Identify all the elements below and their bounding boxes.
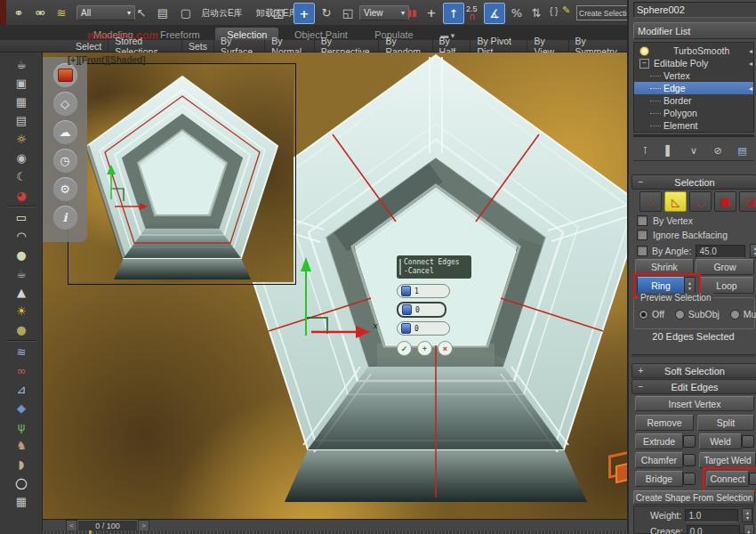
caddy-grip[interactable] — [399, 259, 401, 275]
weld-button[interactable]: Weld — [699, 433, 742, 449]
rock-icon[interactable]: ◆ — [0, 399, 43, 417]
molecule-icon[interactable]: ∞ — [0, 361, 43, 380]
spinner-down-icon[interactable]: ▾ — [685, 286, 695, 291]
angle-snap-icon[interactable]: ∡ — [484, 3, 505, 24]
settings-gear-icon[interactable]: ⚙ — [53, 177, 77, 201]
weight-spinner[interactable]: ▴ ▾ — [742, 508, 752, 522]
chamfer-settings-button[interactable] — [683, 454, 696, 466]
pivot-toggle-icon[interactable]: ↑ — [443, 3, 464, 24]
lightbulb-icon[interactable] — [639, 46, 649, 56]
cone-icon[interactable]: ▲ — [0, 283, 43, 302]
animal-icon[interactable]: ♞ — [0, 436, 43, 455]
preview-multi-radio[interactable] — [730, 310, 740, 320]
caddy-apply-button[interactable]: + — [417, 341, 432, 356]
configure-modifier-sets-icon[interactable]: ▤ — [734, 142, 750, 158]
modifier-list-dropdown[interactable]: Modifier List — [633, 22, 756, 39]
create-shape-button[interactable]: Create Shape From Selection — [633, 490, 755, 505]
spreadsheet-icon[interactable]: ▤ — [0, 111, 43, 130]
percent-snap-icon[interactable]: % — [507, 3, 527, 22]
pin-stack-icon[interactable]: ⊺ — [638, 142, 654, 158]
stack-row-polygon[interactable]: Polygon — [634, 107, 753, 119]
select-by-name-icon[interactable]: ▤ — [153, 3, 173, 22]
library-box-icon[interactable] — [53, 63, 77, 87]
ignore-backfacing-checkbox[interactable] — [637, 230, 647, 240]
track-bar-marker[interactable] — [89, 530, 92, 534]
light-lister-icon[interactable]: ☼ — [0, 130, 43, 149]
dome-swatch-icon[interactable]: ◠ — [0, 227, 43, 246]
tool-by-random[interactable]: By Random — [379, 40, 432, 52]
object-name-field[interactable]: Sphere002 — [633, 2, 756, 18]
bridge-settings-button[interactable] — [683, 473, 696, 485]
spinner-down-icon[interactable]: ▾ — [743, 515, 752, 521]
stack-row-editable-poly[interactable]: − Editable Poly ◂ — [634, 57, 753, 69]
unlink-selection-icon[interactable]: ⚮ — [30, 3, 50, 22]
select-and-move-icon[interactable]: + — [294, 3, 315, 24]
select-and-scale-icon[interactable]: ◱ — [338, 3, 358, 22]
viewport-label[interactable]: [+][Front][Shaded] — [68, 55, 146, 65]
ring-spinner[interactable]: ▴ ▾ — [684, 277, 696, 294]
shell-icon[interactable]: ◗ — [0, 455, 43, 473]
camera-icon[interactable]: ◉ — [0, 149, 43, 167]
insert-vertex-button[interactable]: Insert Vertex — [635, 396, 754, 411]
collapse-icon[interactable]: − — [639, 59, 649, 69]
select-region-icon[interactable]: ▢ — [176, 3, 196, 22]
cube-icon[interactable]: ◇ — [53, 92, 77, 116]
ship-icon[interactable]: ⊿ — [0, 380, 43, 399]
weld-settings-button[interactable] — [742, 435, 754, 448]
plane-swatch-icon[interactable]: ▭ — [0, 208, 43, 227]
launch-cloud-library-button[interactable]: 启动云E库 — [201, 7, 243, 20]
remove-button[interactable]: Remove — [635, 415, 694, 431]
edit-edges-rollout-header[interactable]: − Edit Edges — [631, 379, 756, 394]
spinner-snap-icon[interactable]: ⇅ — [527, 3, 546, 22]
preview-off-radio[interactable] — [639, 310, 648, 320]
cloud-icon[interactable]: ☁ — [53, 120, 77, 144]
tool-by-view[interactable]: By View — [527, 40, 568, 52]
layer-columns-icon[interactable]: ▮▮ — [402, 3, 422, 22]
target-weld-button[interactable]: Target Weld — [699, 452, 756, 468]
caddy-cancel-button[interactable]: × — [438, 341, 453, 356]
polygon-icon[interactable]: ■ — [714, 191, 736, 212]
by-vertex-checkbox[interactable] — [637, 215, 647, 226]
bind-to-spacewarp-icon[interactable]: ≋ — [52, 3, 71, 22]
show-end-result-icon[interactable]: ▌ — [662, 142, 678, 158]
split-button[interactable]: Split — [697, 415, 754, 431]
video-camera-icon[interactable]: ◕ — [0, 186, 43, 205]
stack-row-turbosmooth[interactable]: TurboSmooth ◂ — [634, 44, 753, 57]
caddy-slide-field[interactable]: 0 — [397, 321, 450, 336]
clock-icon[interactable]: ◷ — [53, 149, 77, 173]
extrude-settings-button[interactable] — [683, 435, 696, 448]
caddy-pinch-field[interactable]: 0 — [397, 302, 446, 318]
crease-field[interactable]: 0.0 — [687, 525, 740, 534]
select-and-link-icon[interactable]: ⚭ — [9, 3, 28, 22]
remove-modifier-icon[interactable]: ⊘ — [710, 142, 726, 158]
shrink-button[interactable]: Shrink — [635, 259, 694, 275]
filmstrip-icon[interactable]: ▦ — [0, 492, 43, 511]
weight-field[interactable]: 1.0 — [685, 509, 738, 522]
stack-row-edge[interactable]: Edge ◂ — [634, 82, 753, 94]
tool-sets[interactable]: Sets — [182, 40, 214, 52]
sphere-white-icon[interactable]: ○ — [0, 473, 43, 492]
spinner-up-icon[interactable]: ▴ — [744, 529, 753, 534]
preview-subobj-radio[interactable] — [675, 310, 685, 320]
connect-settings-button[interactable] — [749, 473, 756, 485]
border-icon[interactable]: ◡ — [689, 191, 712, 212]
stack-row-border[interactable]: Border — [634, 94, 753, 107]
tool-by-half[interactable]: By Half — [433, 40, 471, 52]
loop-button[interactable]: Loop — [699, 277, 754, 294]
named-selection-sets-icon[interactable]: { } — [550, 6, 558, 16]
make-unique-icon[interactable]: ∨ — [686, 142, 702, 158]
ring-button[interactable]: Ring — [637, 277, 685, 294]
edge-icon[interactable]: ◺ — [664, 191, 687, 212]
tool-stored-selections[interactable]: Stored Selections — [109, 40, 182, 52]
rendered-frame-icon[interactable]: ▣ — [0, 74, 43, 93]
window-crossing-icon[interactable]: ◫ — [269, 3, 288, 22]
sun-icon[interactable]: ☀ — [0, 302, 43, 320]
viewport[interactable]: x [+][Front][Shaded] — [43, 53, 627, 534]
selection-rollout-header[interactable]: − Selection — [631, 174, 756, 190]
caddy-segments-field[interactable]: 1 — [397, 284, 450, 298]
element-icon[interactable]: ◪ — [739, 191, 756, 212]
by-angle-field[interactable]: 45.0 — [696, 245, 745, 258]
stack-resize-grip[interactable] — [633, 134, 754, 137]
caddy-ok-button[interactable]: ✓ — [397, 341, 412, 356]
rain-icon[interactable]: ≋ — [0, 343, 43, 361]
